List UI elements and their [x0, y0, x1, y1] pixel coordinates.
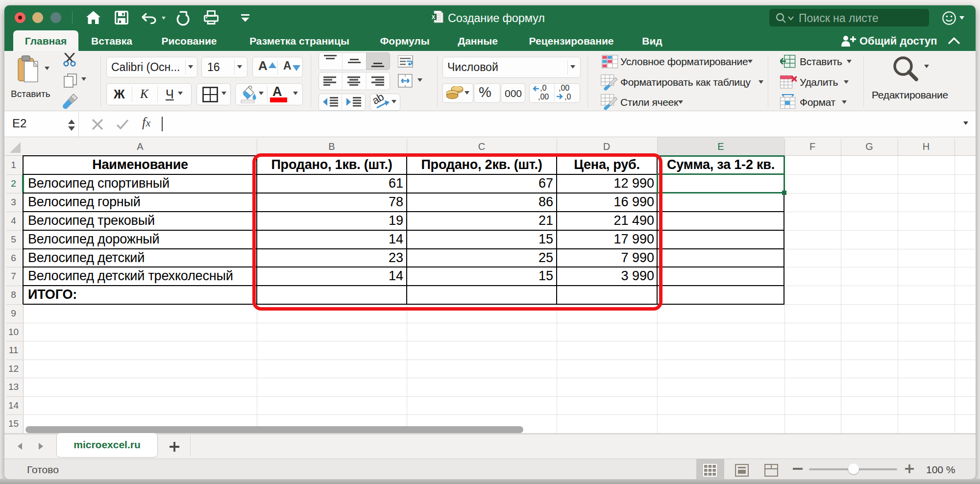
- svg-text:X: X: [432, 14, 436, 20]
